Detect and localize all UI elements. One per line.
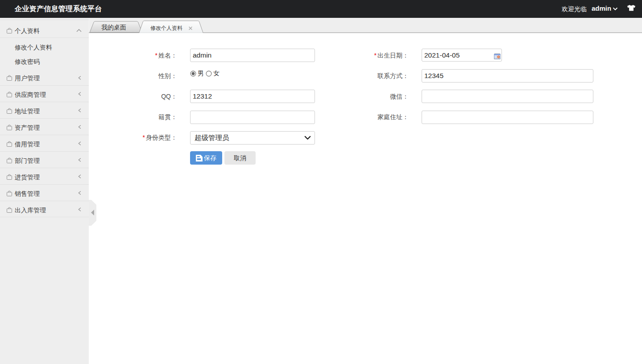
svg-text:我的桌面: 我的桌面 [101,24,126,31]
svg-text:修改个人资料: 修改个人资料 [150,25,182,31]
